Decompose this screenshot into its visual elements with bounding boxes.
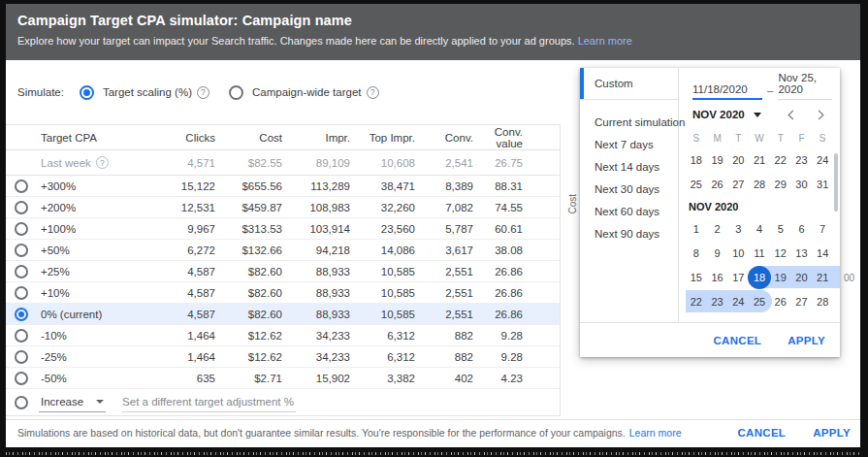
table-row[interactable]: +300%15,122$655.56113,28938,4718,38988.3… [6, 176, 560, 197]
preset-item[interactable]: Next 30 days [580, 178, 678, 200]
table-row[interactable]: +200%12,531$459.87108,98332,2607,08274.5… [6, 197, 560, 218]
calendar-day[interactable]: 1 [686, 223, 707, 235]
row-radio[interactable] [15, 180, 28, 193]
next-month-icon[interactable] [813, 107, 828, 122]
help-icon[interactable]: ? [96, 156, 109, 169]
month-selector-dropdown[interactable]: NOV 2020 [692, 109, 761, 120]
row-radio[interactable] [15, 308, 28, 321]
preset-item[interactable]: Next 60 days [580, 200, 678, 222]
row-label: +100% [37, 223, 122, 235]
preset-item[interactable]: Next 90 days [580, 222, 678, 245]
calendar-day[interactable]: 23 [791, 154, 813, 166]
header-learn-more-link[interactable]: Learn more [578, 35, 632, 47]
calendar-day[interactable]: 6 [791, 223, 813, 235]
calendar-day[interactable]: 30 [791, 179, 813, 190]
calendar-day[interactable]: 2 [707, 223, 728, 235]
calendar-day[interactable]: 5 [770, 223, 791, 235]
calendar-day[interactable]: 13 [791, 247, 813, 259]
table-row[interactable]: +10%4,587$82.6088,93310,5852,55126.86 [6, 282, 560, 304]
table-row[interactable]: +25%4,587$82.6088,93310,5852,55126.86 [6, 261, 560, 282]
calendar-day[interactable]: 8 [686, 247, 707, 259]
row-radio[interactable] [15, 372, 28, 385]
calendar-grid: 1819202122232425262728293031NOV 20201234… [686, 147, 840, 322]
calendar-day[interactable]: 18 [686, 154, 707, 166]
calendar-day[interactable]: 20 [791, 272, 813, 283]
row-radio[interactable] [15, 222, 28, 236]
table-row[interactable]: +100%9,967$313.53103,91423,5605,78760.61 [6, 218, 560, 240]
row-label: 0% (current) [37, 309, 122, 320]
start-date-input[interactable]: 11/18/2020 [692, 83, 762, 100]
direction-dropdown[interactable]: Increase [39, 393, 106, 412]
calendar-day[interactable]: 19 [707, 154, 728, 166]
preset-custom[interactable]: Custom [580, 68, 678, 100]
calendar-day[interactable]: 24 [727, 296, 749, 308]
row-value: 3,382 [354, 373, 419, 384]
row-radio[interactable] [15, 350, 28, 364]
row-radio[interactable] [15, 244, 28, 257]
calendar-day[interactable]: 19 [770, 272, 791, 283]
calendar-day[interactable]: 24 [812, 154, 833, 166]
table-row[interactable]: -25%1,464$12.6234,2336,3128829.28 [6, 346, 560, 368]
calendar-day[interactable]: 26 [770, 296, 791, 308]
previous-month-icon[interactable] [784, 107, 799, 122]
calendar-day[interactable]: 31 [812, 179, 833, 190]
preset-item[interactable]: Next 14 days [580, 155, 678, 178]
calendar-day[interactable]: 25 [686, 179, 707, 190]
help-icon[interactable]: ? [197, 86, 209, 99]
calendar-day[interactable]: 11 [749, 247, 770, 259]
table-row[interactable]: 0% (current)4,587$82.6088,93310,5852,551… [6, 304, 560, 325]
dialog-apply-button[interactable]: APPLY [813, 427, 851, 439]
calendar-day[interactable]: 15 [686, 272, 707, 283]
calendar-day[interactable]: 10 [727, 247, 749, 259]
calendar-day[interactable]: 28 [812, 296, 833, 308]
calendar-day[interactable]: 23 [707, 296, 728, 308]
calendar-day[interactable]: 25 [749, 296, 770, 308]
calendar-day[interactable]: 17 [727, 272, 749, 283]
footer-learn-more-link[interactable]: Learn more [629, 427, 682, 439]
end-date-input[interactable]: Nov 25, 2020 [778, 72, 832, 100]
calendar-day[interactable]: 12 [770, 247, 791, 259]
calendar-day[interactable]: 7 [812, 223, 833, 235]
date-picker-cancel-button[interactable]: CANCEL [713, 335, 761, 346]
target-scaling-radio[interactable] [80, 85, 94, 100]
row-value: 9.28 [477, 351, 527, 363]
custom-adjustment-row: Increase Set a different target adjustme… [6, 389, 560, 416]
calendar-day[interactable]: 21 [749, 154, 770, 166]
calendar-day[interactable]: 3 [727, 223, 749, 235]
calendar-day[interactable]: 21 [812, 272, 833, 283]
custom-adjustment-radio[interactable] [15, 396, 28, 409]
calendar-day[interactable]: 9 [707, 247, 728, 259]
row-value: 15,122 [122, 180, 219, 192]
campaign-wide-target-radio[interactable] [229, 85, 243, 100]
row-value: 4,587 [122, 287, 219, 299]
calendar-day[interactable]: 26 [707, 179, 728, 190]
calendar-day[interactable]: 27 [791, 296, 813, 308]
calendar-day[interactable]: 14 [812, 247, 833, 259]
row-radio[interactable] [15, 329, 28, 343]
calendar-day[interactable]: 16 [707, 272, 728, 283]
calendar-scrollbar[interactable] [834, 153, 838, 212]
preset-item[interactable]: Next 7 days [580, 133, 678, 155]
row-radio[interactable] [15, 265, 28, 278]
calendar-day[interactable]: 4 [749, 223, 770, 235]
calendar-day[interactable]: 28 [749, 179, 770, 190]
preset-item[interactable]: Current simulation [580, 111, 678, 133]
table-row[interactable]: -50%635$2.7115,9023,3824024.23 [6, 368, 560, 389]
help-icon[interactable]: ? [367, 86, 379, 99]
table-row[interactable]: +50%6,272$132.6694,21814,0863,61738.08 [6, 240, 560, 261]
weekday-label: M [707, 133, 728, 144]
calendar-day[interactable]: 22 [686, 296, 707, 308]
target-adjustment-input[interactable]: Set a different target adjustment % [122, 393, 296, 412]
row-radio[interactable] [15, 286, 28, 300]
row-value: 7,082 [419, 202, 477, 213]
date-picker-apply-button[interactable]: APPLY [788, 335, 825, 346]
row-radio[interactable] [15, 201, 28, 214]
calendar-day[interactable]: 27 [727, 179, 749, 190]
calendar-day[interactable]: 22 [770, 154, 791, 166]
table-row[interactable]: -10%1,464$12.6234,2336,3128829.28 [6, 325, 560, 346]
calendar-day[interactable]: 18 [749, 272, 770, 283]
calendar-day[interactable]: 20 [727, 154, 749, 166]
dialog-cancel-button[interactable]: CANCEL [737, 427, 786, 439]
obscured-chart-text: 00 [844, 273, 854, 283]
calendar-day[interactable]: 29 [770, 179, 791, 190]
